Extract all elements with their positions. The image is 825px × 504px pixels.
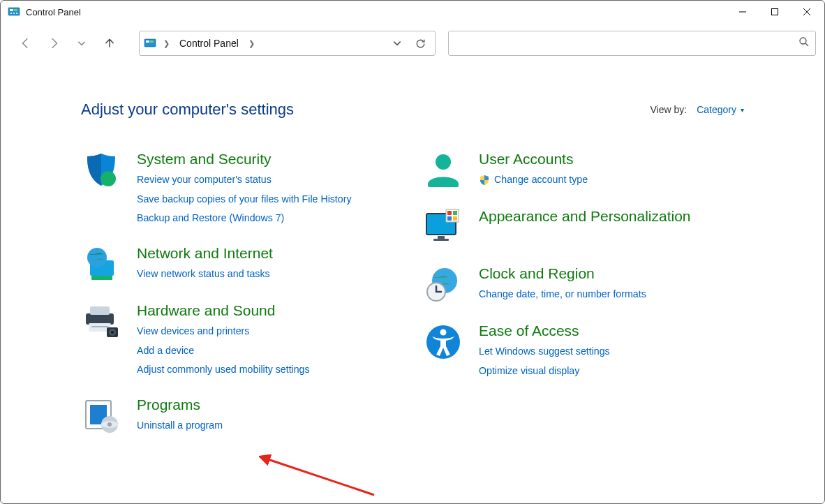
- category-heading[interactable]: Network and Internet: [137, 245, 402, 262]
- svg-rect-8: [146, 40, 149, 43]
- forward-button[interactable]: [41, 31, 66, 56]
- globe-icon: [81, 245, 121, 286]
- category-heading[interactable]: Appearance and Personalization: [479, 208, 744, 225]
- link-review-status[interactable]: Review your computer's status: [137, 170, 402, 190]
- search-input[interactable]: [454, 38, 798, 49]
- category-heading[interactable]: User Accounts: [479, 151, 744, 168]
- svg-rect-2: [14, 9, 17, 11]
- svg-point-21: [111, 331, 114, 334]
- title-bar: Control Panel: [1, 1, 824, 23]
- svg-rect-1: [10, 9, 13, 11]
- link-backup-restore[interactable]: Backup and Restore (Windows 7): [137, 209, 402, 228]
- category-hardware-sound: Hardware and Sound View devices and prin…: [81, 302, 402, 380]
- user-icon: [423, 151, 463, 191]
- svg-point-14: [87, 248, 107, 267]
- address-bar[interactable]: ❯ Control Panel ❯: [139, 31, 436, 56]
- category-ease-of-access: Ease of Access Let Windows suggest setti…: [423, 323, 744, 380]
- link-add-device[interactable]: Add a device: [137, 341, 402, 361]
- clock-globe-icon: [423, 265, 463, 306]
- link-file-history[interactable]: Save backup copies of your files with Fi…: [137, 190, 402, 209]
- view-by-label: View by:: [651, 104, 688, 115]
- svg-point-40: [440, 329, 447, 336]
- close-button[interactable]: [791, 1, 823, 22]
- maximize-button[interactable]: [759, 1, 791, 22]
- link-network-status[interactable]: View network status and tasks: [137, 265, 402, 284]
- link-suggest-settings[interactable]: Let Windows suggest settings: [479, 342, 744, 362]
- up-button[interactable]: [97, 31, 122, 56]
- chevron-down-icon: ▾: [741, 106, 744, 114]
- search-icon[interactable]: [798, 36, 810, 50]
- app-icon: [8, 6, 20, 18]
- breadcrumb[interactable]: Control Panel: [177, 35, 241, 52]
- link-optimize-display[interactable]: Optimize visual display: [479, 362, 744, 381]
- svg-rect-35: [447, 216, 452, 221]
- view-by: View by: Category ▾: [651, 104, 744, 115]
- svg-rect-30: [438, 236, 445, 239]
- monitor-icon: [423, 208, 463, 249]
- svg-rect-0: [8, 8, 20, 15]
- category-columns: System and Security Review your computer…: [81, 151, 744, 454]
- svg-rect-34: [453, 211, 457, 215]
- svg-point-11: [101, 171, 116, 186]
- content-area: Adjust your computer's settings View by:…: [1, 62, 824, 503]
- svg-rect-31: [433, 239, 449, 241]
- address-dropdown-button[interactable]: [387, 38, 407, 48]
- svg-rect-33: [447, 211, 452, 215]
- svg-point-10: [800, 38, 806, 44]
- link-devices-printers[interactable]: View devices and printers: [137, 322, 402, 341]
- search-box[interactable]: [448, 31, 816, 56]
- link-uninstall-program[interactable]: Uninstall a program: [137, 416, 402, 436]
- control-panel-icon: [144, 37, 156, 50]
- programs-icon: [81, 396, 121, 437]
- svg-rect-9: [150, 40, 154, 43]
- right-column: User Accounts Change account type: [423, 151, 744, 454]
- category-heading[interactable]: Programs: [137, 396, 402, 413]
- category-user-accounts: User Accounts Change account type: [423, 151, 744, 191]
- link-change-account-type[interactable]: Change account type: [494, 170, 588, 190]
- category-heading[interactable]: Hardware and Sound: [137, 302, 402, 319]
- printer-icon: [81, 302, 121, 343]
- page-title: Adjust your computer's settings: [81, 101, 651, 119]
- category-clock-region: Clock and Region Change date, time, or n…: [423, 265, 744, 306]
- svg-point-4: [13, 13, 15, 14]
- category-heading[interactable]: Clock and Region: [479, 265, 744, 282]
- svg-point-3: [10, 13, 12, 14]
- svg-rect-16: [90, 306, 110, 315]
- shield-icon: [81, 151, 121, 191]
- back-button[interactable]: [13, 31, 38, 56]
- category-heading[interactable]: Ease of Access: [479, 323, 744, 339]
- header-row: Adjust your computer's settings View by:…: [81, 101, 744, 119]
- view-by-value: Category: [697, 104, 736, 115]
- toolbar: ❯ Control Panel ❯: [1, 23, 824, 62]
- svg-rect-15: [86, 313, 114, 325]
- category-network-internet: Network and Internet View network status…: [81, 245, 402, 286]
- svg-rect-36: [453, 216, 457, 221]
- refresh-button[interactable]: [410, 38, 431, 50]
- category-heading[interactable]: System and Security: [137, 151, 402, 168]
- link-date-time-formats[interactable]: Change date, time, or number formats: [479, 285, 744, 304]
- window-title: Control Panel: [26, 7, 81, 17]
- link-mobility-settings[interactable]: Adjust commonly used mobility settings: [137, 360, 402, 380]
- minimize-button[interactable]: [727, 1, 759, 22]
- svg-rect-13: [91, 276, 112, 280]
- category-appearance: Appearance and Personalization: [423, 208, 744, 249]
- svg-point-5: [16, 13, 17, 14]
- svg-rect-7: [144, 39, 156, 47]
- svg-rect-6: [772, 9, 778, 15]
- chevron-right-icon[interactable]: ❯: [244, 39, 259, 48]
- uac-shield-icon: [479, 175, 490, 186]
- category-programs: Programs Uninstall a program: [81, 396, 402, 437]
- left-column: System and Security Review your computer…: [81, 151, 402, 454]
- accessibility-icon: [423, 323, 463, 363]
- svg-point-26: [107, 422, 112, 427]
- recent-locations-button[interactable]: [69, 31, 94, 56]
- category-system-security: System and Security Review your computer…: [81, 151, 402, 228]
- view-by-dropdown[interactable]: Category ▾: [697, 104, 744, 115]
- svg-rect-18: [91, 326, 108, 327]
- svg-point-27: [436, 154, 451, 170]
- chevron-right-icon[interactable]: ❯: [159, 39, 174, 48]
